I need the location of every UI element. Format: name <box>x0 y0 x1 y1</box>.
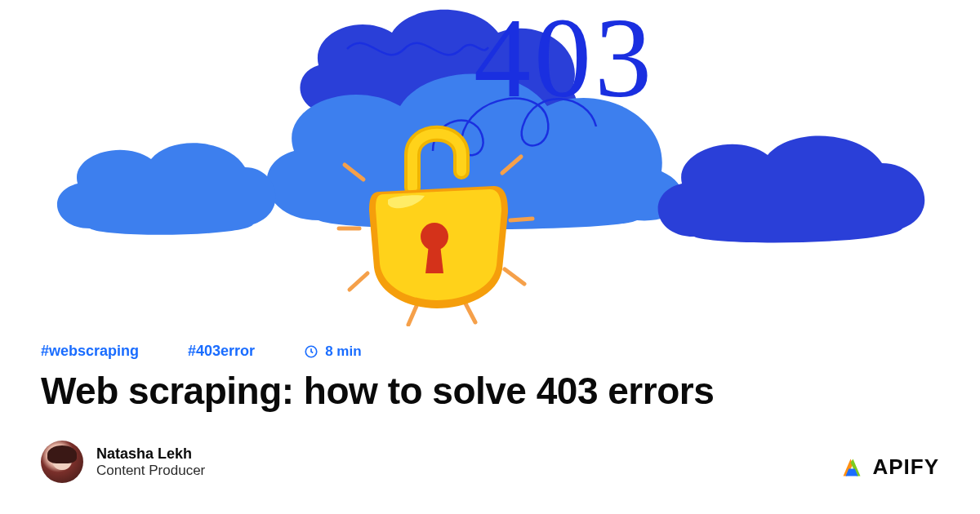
tag-link[interactable]: #webscraping <box>41 343 139 360</box>
author-block: Natasha Lekh Content Producer <box>41 441 205 483</box>
brand-logo-icon <box>840 455 864 480</box>
avatar <box>41 441 83 483</box>
lock-icon <box>335 98 539 326</box>
clock-icon <box>304 344 318 359</box>
svg-line-2 <box>350 273 368 290</box>
squiggle <box>343 24 490 73</box>
svg-line-6 <box>510 219 532 220</box>
article-meta: #webscraping #403error 8 min <box>41 343 362 360</box>
svg-line-4 <box>466 304 475 322</box>
author-role: Content Producer <box>96 463 205 479</box>
read-time-text: 8 min <box>325 343 361 360</box>
svg-line-3 <box>408 306 416 325</box>
svg-line-7 <box>502 157 521 173</box>
author-name: Natasha Lekh <box>96 445 205 463</box>
tag-link[interactable]: #403error <box>188 343 255 360</box>
brand-name: APIFY <box>872 454 939 480</box>
svg-line-0 <box>345 165 363 179</box>
read-time: 8 min <box>304 343 361 360</box>
cloud-icon <box>45 131 290 245</box>
article-title: Web scraping: how to solve 403 errors <box>41 369 714 413</box>
hero-illustration: 403 <box>0 0 980 310</box>
cloud-icon <box>645 122 939 253</box>
brand: APIFY <box>840 454 939 480</box>
svg-line-5 <box>505 269 524 284</box>
